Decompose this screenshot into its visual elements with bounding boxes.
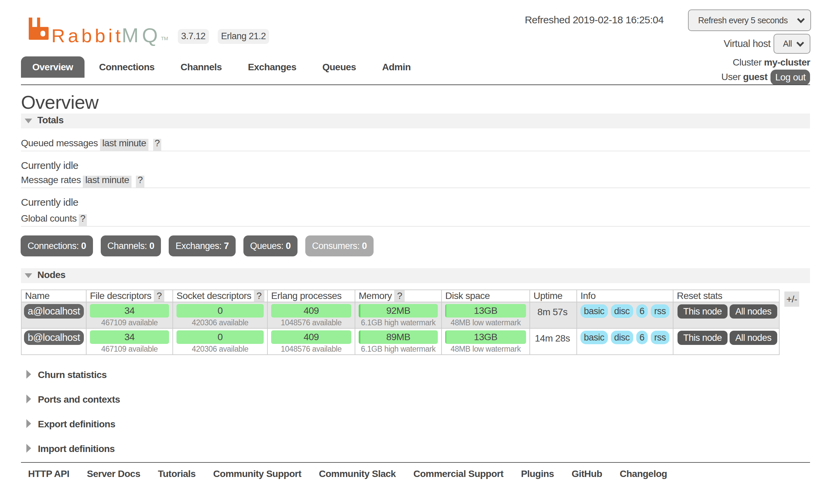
- svg-text:MQ: MQ: [122, 24, 161, 46]
- svg-text:Rabbit: Rabbit: [51, 25, 123, 46]
- svg-text:TM: TM: [161, 35, 168, 41]
